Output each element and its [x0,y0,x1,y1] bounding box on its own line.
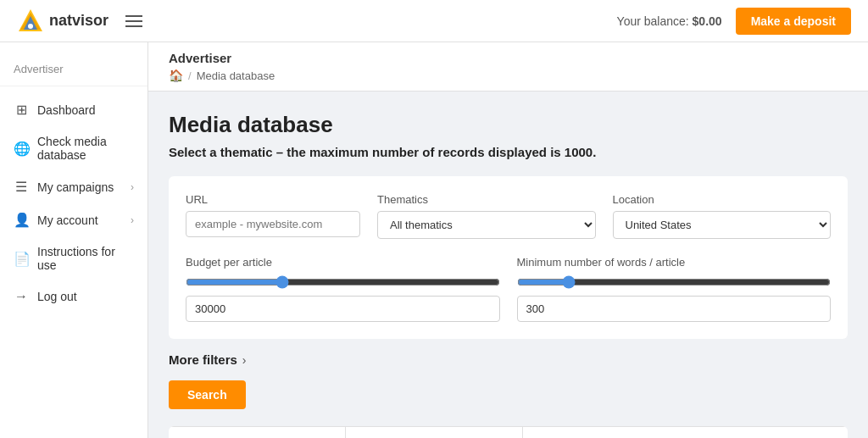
sidebar-item-my-account[interactable]: 👤 My account › [0,203,147,236]
campaigns-icon: ☰ [14,179,29,195]
logo-icon [17,8,44,35]
thematics-select[interactable]: All thematics News Technology Business S… [377,211,596,239]
breadcrumb-section: Advertiser [169,51,848,65]
thematics-filter-group: Thematics All thematics News Technology … [377,193,596,239]
url-label: URL [186,193,360,206]
col-matching-rows: MATCHING ROWS IN TOTAL [169,427,346,438]
sidebar-item-label: My campaigns [37,180,114,194]
page-subtitle: Select a thematic – the maximum number o… [169,145,848,159]
sidebar-item-label: Check media database [37,135,134,162]
words-label: Minimum number of words / article [517,256,832,269]
breadcrumb-bar: Advertiser 🏠 / Media database [148,42,868,91]
url-input[interactable] [186,211,360,237]
more-filters-chevron-icon: › [242,353,247,367]
sidebar-item-label: My account [37,213,98,227]
balance-amount: $0.00 [693,14,722,28]
chevron-right-icon: › [131,214,134,226]
more-filters-label: More filters [169,352,237,367]
results-table: MATCHING ROWS IN TOTAL NOW PRESENTING RO… [169,426,848,438]
dashboard-icon: ⊞ [14,102,29,118]
logo: natvisor [17,8,108,35]
logout-icon: → [14,289,29,304]
budget-slider[interactable] [186,275,500,289]
sidebar-item-label: Log out [37,290,77,303]
sidebar-item-log-out[interactable]: → Log out [0,280,147,313]
sidebar: Advertiser ⊞ Dashboard 🌐 Check media dat… [0,42,148,438]
balance-label: Your balance: $0.00 [617,14,722,28]
words-value-input[interactable] [517,296,832,322]
make-deposit-button[interactable]: Make a deposit [736,8,851,35]
logo-text: natvisor [49,12,108,30]
svg-point-2 [28,24,33,29]
header-left: natvisor [17,8,146,35]
sidebar-item-dashboard[interactable]: ⊞ Dashboard [0,93,147,126]
breadcrumb-path: 🏠 / Media database [169,69,848,82]
layout: Advertiser ⊞ Dashboard 🌐 Check media dat… [0,0,868,438]
budget-slider-group: Budget per article [186,256,500,322]
chevron-right-icon: › [131,181,134,193]
globe-icon: 🌐 [14,141,29,157]
sidebar-item-check-media-database[interactable]: 🌐 Check media database [0,126,147,170]
location-select[interactable]: United States United Kingdom Canada Aust… [613,211,832,239]
header-right: Your balance: $0.00 Make a deposit [617,8,851,35]
col-click-to-present: CLICK TO PRESENT ANOTHER PART OF MATCHIN… [523,427,849,438]
words-slider[interactable] [517,275,832,289]
location-filter-group: Location United States United Kingdom Ca… [613,193,832,239]
breadcrumb-current: Media database [197,69,275,82]
filter-section: URL Thematics All thematics News Technol… [169,176,848,339]
budget-label: Budget per article [186,256,500,269]
header: natvisor Your balance: $0.00 Make a depo… [0,0,868,42]
thematics-label: Thematics [377,193,596,206]
hamburger-menu[interactable] [122,12,146,30]
location-label: Location [613,193,832,206]
col-presenting-rows: NOW PRESENTING ROWS [346,427,523,438]
sidebar-item-my-campaigns[interactable]: ☰ My campaigns › [0,170,147,203]
main-content: Advertiser 🏠 / Media database Media data… [148,42,868,438]
sidebar-role: Advertiser [0,56,147,86]
account-icon: 👤 [14,212,29,228]
results-table-header: MATCHING ROWS IN TOTAL NOW PRESENTING RO… [169,426,848,438]
page-title: Media database [169,112,848,138]
sidebar-item-label: Instructions for use [37,245,134,272]
sidebar-item-label: Dashboard [37,103,96,117]
content-area: Media database Select a thematic – the m… [148,91,868,438]
filter-row-1: URL Thematics All thematics News Technol… [186,193,831,239]
more-filters-row[interactable]: More filters › [169,352,848,367]
url-filter-group: URL [186,193,360,239]
words-slider-group: Minimum number of words / article [517,256,832,322]
breadcrumb-separator: / [188,69,192,82]
slider-row: Budget per article Minimum number of wor… [186,256,831,322]
budget-value-input[interactable] [186,296,500,322]
home-icon[interactable]: 🏠 [169,69,183,82]
sidebar-item-instructions-for-use[interactable]: 📄 Instructions for use [0,236,147,280]
search-button[interactable]: Search [169,380,246,409]
instructions-icon: 📄 [14,251,29,267]
